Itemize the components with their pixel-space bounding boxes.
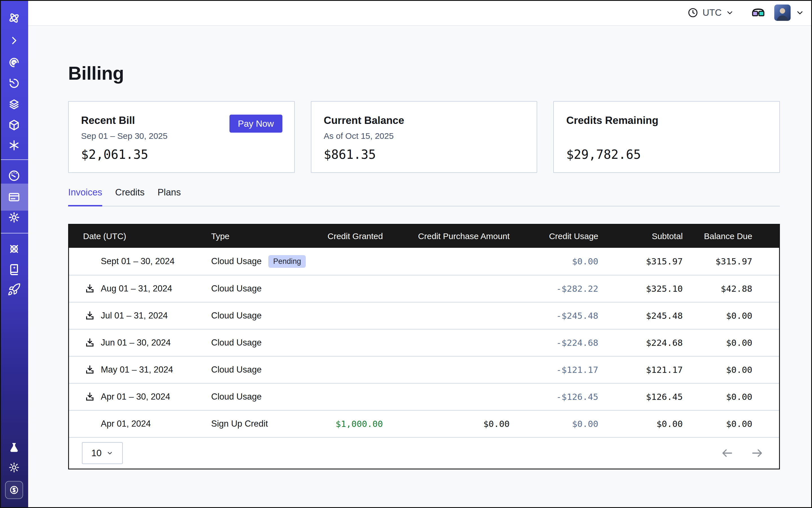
invoice-type: Cloud Usage [211,256,262,266]
recent-bill-card: Recent Bill Sep 01 – Sep 30, 2025 Pay No… [68,101,295,173]
rocket-icon[interactable] [7,283,21,296]
app-window: UTC Billing Recent [0,0,812,508]
column-header-credit-granted: Credit Granted [318,231,397,241]
invoice-date-cell: Apr 01 – 30, 2024 [69,391,211,403]
invoice-date: Jun 01 – 30, 2024 [101,338,171,348]
page-title: Billing [68,62,780,84]
clock-icon [687,7,699,18]
balance-due-value: $315.97 [697,256,779,266]
download-invoice-button[interactable] [84,283,95,294]
column-header-subtotal: Subtotal [612,231,697,241]
download-invoice-button[interactable] [84,337,95,348]
table-row: Sept 01 – 30, 2024 Cloud Usage Pending $… [69,248,779,275]
glasses-icon[interactable] [752,8,765,17]
flask-icon[interactable] [7,441,21,455]
logo-orbit-icon[interactable] [7,11,21,25]
invoices-table: Date (UTC) Type Credit Granted Credit Pu… [68,224,780,469]
next-page-button[interactable] [751,447,764,460]
book-sparkle-icon[interactable] [7,262,21,276]
subtotal-value: $315.97 [612,256,697,266]
helm-icon[interactable] [7,242,21,256]
card-title: Current Balance [324,115,525,126]
column-header-date: Date (UTC) [69,231,211,241]
subtotal-value: $325.10 [612,284,697,294]
column-header-credit-usage: Credit Usage [524,231,612,241]
subtotal-value: $121.17 [612,365,697,375]
credit-usage-value: $0.00 [524,419,612,429]
recent-bill-amount: $2,061.35 [81,147,148,162]
table-row: Aug 01 – 31, 2024 Cloud Usage -$282.22 $… [69,275,779,302]
invoice-date: Apr 01, 2024 [101,419,151,429]
invoice-type-cell: Cloud Usage [211,392,318,402]
card-subtitle: Sep 01 – Sep 30, 2025 [81,131,168,141]
chevron-right-icon[interactable] [7,34,21,47]
timezone-selector[interactable]: UTC [687,7,734,18]
table-header: Date (UTC) Type Credit Granted Credit Pu… [69,225,779,248]
cube-icon[interactable] [7,118,21,132]
invoice-type: Cloud Usage [211,284,262,294]
pay-now-button[interactable]: Pay Now [229,115,283,133]
subtotal-value: $224.68 [612,338,697,348]
gear-icon[interactable] [7,211,21,224]
credit-purchase-value: $0.00 [397,419,524,429]
table-row: Jun 01 – 30, 2024 Cloud Usage -$224.68 $… [69,329,779,356]
asterisk-icon[interactable] [7,138,21,152]
invoice-date-cell: Aug 01 – 31, 2024 [69,283,211,294]
invoice-type-cell: Cloud Usage [211,338,318,348]
credit-usage-value: -$121.17 [524,365,612,375]
table-row: Jul 01 – 31, 2024 Cloud Usage -$245.48 $… [69,302,779,329]
credit-granted-value: $1,000.00 [318,419,397,429]
balance-due-value: $0.00 [697,392,779,402]
invoice-type: Sign Up Credit [211,419,268,429]
credit-usage-value: -$126.45 [524,392,612,402]
sidebar-divider [0,233,28,234]
balance-due-value: $0.00 [697,338,779,348]
invoice-date: Aug 01 – 31, 2024 [101,284,172,294]
credit-usage-value: -$245.48 [524,310,612,321]
table-row: Apr 01, 2024 Sign Up Credit $1,000.00 $0… [69,410,779,437]
gauge-icon[interactable] [7,169,21,182]
billing-tabs: Invoices Credits Plans [68,187,780,206]
chevron-down-icon[interactable] [795,8,805,17]
tab-invoices[interactable]: Invoices [68,187,102,206]
page-size-select[interactable]: 10 [82,442,123,464]
balance-due-value: $0.00 [697,310,779,321]
credit-usage-value: $0.00 [524,256,612,266]
invoice-date-cell: May 01 – 31, 2024 [69,364,211,375]
sidebar [0,0,28,508]
invoice-date: Jul 01 – 31, 2024 [101,310,168,321]
download-invoice-button[interactable] [84,391,95,403]
invoice-date-cell: Jul 01 – 31, 2024 [69,310,211,321]
card-title: Recent Bill [81,115,168,126]
column-header-type: Type [211,231,318,241]
layers-icon[interactable] [7,97,21,111]
spiral-icon[interactable] [7,56,21,69]
pagination: 10 [69,437,779,469]
card-title: Credits Remaining [566,115,768,126]
invoice-date: Sept 01 – 30, 2024 [101,256,175,266]
sun-icon[interactable] [7,461,21,474]
timer-icon[interactable] [7,77,21,90]
dollar-badge-icon[interactable] [5,481,23,499]
main-content: Billing Recent Bill Sep 01 – Sep 30, 202… [28,26,812,508]
credit-card-icon[interactable] [7,190,21,204]
subtotal-value: $245.48 [612,310,697,321]
invoice-date-cell: Jun 01 – 30, 2024 [69,337,211,348]
current-balance-card: Current Balance As of Oct 15, 2025 $861.… [311,101,538,173]
download-invoice-button[interactable] [84,310,95,321]
invoice-date-cell: Sept 01 – 30, 2024 [69,256,211,266]
download-invoice-button[interactable] [84,364,95,375]
table-row: Apr 01 – 30, 2024 Cloud Usage -$126.45 $… [69,383,779,410]
credits-remaining-amount: $29,782.65 [566,147,641,162]
invoice-type-cell: Sign Up Credit [211,419,318,429]
tab-plans[interactable]: Plans [158,187,181,206]
invoice-type-cell: Cloud Usage [211,310,318,321]
balance-due-value: $0.00 [697,365,779,375]
invoice-type: Cloud Usage [211,365,262,375]
summary-cards: Recent Bill Sep 01 – Sep 30, 2025 Pay No… [68,101,780,173]
topbar: UTC [28,0,812,26]
previous-page-button[interactable] [721,447,734,460]
avatar[interactable] [774,4,790,21]
credit-usage-value: -$282.22 [524,284,612,294]
tab-credits[interactable]: Credits [115,187,145,206]
